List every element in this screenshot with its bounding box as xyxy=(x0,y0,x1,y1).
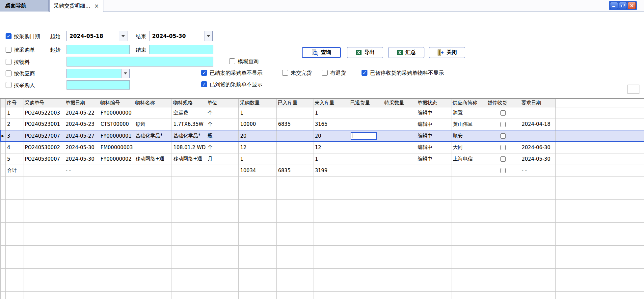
close-window-button[interactable] xyxy=(628,2,636,9)
query-button[interactable]: 查询 xyxy=(302,47,341,58)
app-window: 桌面导航 采购交货明细... × xyxy=(0,0,644,299)
date-end-combo[interactable]: 2024-05-30 xyxy=(149,31,213,41)
filter-by-supplier-checkbox[interactable] xyxy=(6,70,12,76)
filter-by-date-checkbox[interactable] xyxy=(6,33,12,39)
filter-by-po-checkbox[interactable] xyxy=(6,47,12,53)
date-start-label: 起始 xyxy=(50,33,61,40)
chevron-shape xyxy=(207,35,210,37)
filter-panel: 按采购日期 起始 2024-05-18 结束 2024-05-30 按采购单 起… xyxy=(0,0,644,299)
chevron-down-icon[interactable] xyxy=(121,69,129,78)
window-controls xyxy=(609,1,637,10)
po-end-input[interactable] xyxy=(149,45,213,54)
minimize-button[interactable] xyxy=(610,2,618,9)
tab-close-icon[interactable]: × xyxy=(94,3,99,9)
summarize-button[interactable]: 汇总 xyxy=(388,47,424,58)
chevron-down-icon[interactable] xyxy=(119,31,127,41)
date-start-value: 2024-05-18 xyxy=(67,31,119,41)
filter-by-supplier-label: 按供应商 xyxy=(14,70,35,77)
tab-purchase-delivery-detail[interactable]: 采购交货明细... × xyxy=(49,0,103,12)
restore-button[interactable] xyxy=(619,2,627,9)
tab-desktop-navigation-label: 桌面导航 xyxy=(5,2,26,9)
fuzzy-search-checkbox[interactable] xyxy=(229,58,235,64)
date-end-label: 结束 xyxy=(136,33,146,40)
filter-by-buyer-label: 按采购人 xyxy=(14,82,35,88)
hide-paused-label: 已暂停收货的采购单物料不显示 xyxy=(370,70,444,76)
buyer-input[interactable] xyxy=(67,80,130,90)
hide-closed-label: 已结案的采购单不显示 xyxy=(210,70,262,76)
tab-purchase-delivery-detail-label: 采购交货明细... xyxy=(54,3,90,10)
tab-bar: 桌面导航 采购交货明细... × xyxy=(0,0,644,12)
grid-corner-box xyxy=(628,85,639,94)
material-input[interactable] xyxy=(67,57,213,67)
supplier-value xyxy=(67,69,121,78)
close-button[interactable]: 关闭 xyxy=(429,47,465,58)
chevron-shape xyxy=(124,72,127,74)
exit-door-icon xyxy=(437,49,444,56)
undelivered-checkbox[interactable] xyxy=(282,70,288,76)
query-icon xyxy=(311,49,318,56)
supplier-combo[interactable] xyxy=(67,69,130,78)
filter-by-material-label: 按物料 xyxy=(14,59,30,65)
hide-paused-checkbox[interactable] xyxy=(362,70,367,76)
close-icon xyxy=(630,4,634,8)
undelivered-label: 未交完货 xyxy=(291,70,312,76)
minimize-icon xyxy=(612,4,616,8)
export-button-label: 导出 xyxy=(364,49,375,56)
date-start-combo[interactable]: 2024-05-18 xyxy=(67,31,127,41)
fuzzy-search-label: 模糊查询 xyxy=(238,58,259,65)
tab-desktop-navigation[interactable]: 桌面导航 xyxy=(0,0,49,12)
date-end-value: 2024-05-30 xyxy=(149,31,204,41)
hide-arrived-checkbox[interactable] xyxy=(201,81,207,87)
po-start-label: 起始 xyxy=(50,47,61,53)
has-return-checkbox[interactable] xyxy=(322,70,328,76)
query-button-label: 查询 xyxy=(321,49,331,56)
has-return-label: 有退货 xyxy=(330,70,346,76)
excel-icon xyxy=(356,49,362,56)
chevron-shape xyxy=(121,35,125,37)
po-end-label: 结束 xyxy=(136,47,146,53)
restore-icon xyxy=(621,4,625,8)
po-start-input[interactable] xyxy=(67,45,130,54)
hide-closed-checkbox[interactable] xyxy=(201,70,207,76)
filter-by-date-label: 按采购日期 xyxy=(14,33,40,40)
filter-by-po-label: 按采购单 xyxy=(14,47,35,53)
filter-by-buyer-checkbox[interactable] xyxy=(6,82,12,88)
export-button[interactable]: 导出 xyxy=(347,47,383,58)
chevron-down-icon[interactable] xyxy=(204,31,212,41)
filter-by-material-checkbox[interactable] xyxy=(6,59,12,65)
summarize-button-label: 汇总 xyxy=(405,49,416,56)
close-button-label: 关闭 xyxy=(446,49,457,56)
excel-icon xyxy=(397,49,403,56)
hide-arrived-label: 已到货的采购单不显示 xyxy=(210,81,262,88)
